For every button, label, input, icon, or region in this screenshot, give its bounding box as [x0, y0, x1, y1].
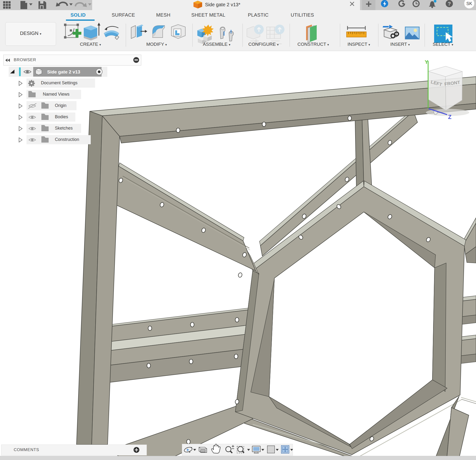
svg-text:SK: SK [466, 1, 472, 6]
svg-text:Y: Y [425, 59, 428, 65]
svg-text:Side gate 2 v13*: Side gate 2 v13* [205, 2, 240, 7]
svg-text:CREATE ▾: CREATE ▾ [80, 42, 101, 47]
svg-text:MODIFY ▾: MODIFY ▾ [146, 42, 167, 47]
svg-text:ASSEMBLE ▾: ASSEMBLE ▾ [203, 42, 230, 47]
svg-text:CONSTRUCT ▾: CONSTRUCT ▾ [298, 42, 329, 47]
svg-text:Z: Z [448, 114, 451, 120]
svg-text:INSERT ▾: INSERT ▾ [390, 42, 410, 47]
svg-text:CONFIGURE ▾: CONFIGURE ▾ [248, 42, 279, 47]
svg-text:SELECT ▾: SELECT ▾ [433, 42, 453, 47]
svg-text:INSPECT ▾: INSPECT ▾ [348, 42, 370, 47]
svg-text:?: ? [448, 1, 451, 7]
